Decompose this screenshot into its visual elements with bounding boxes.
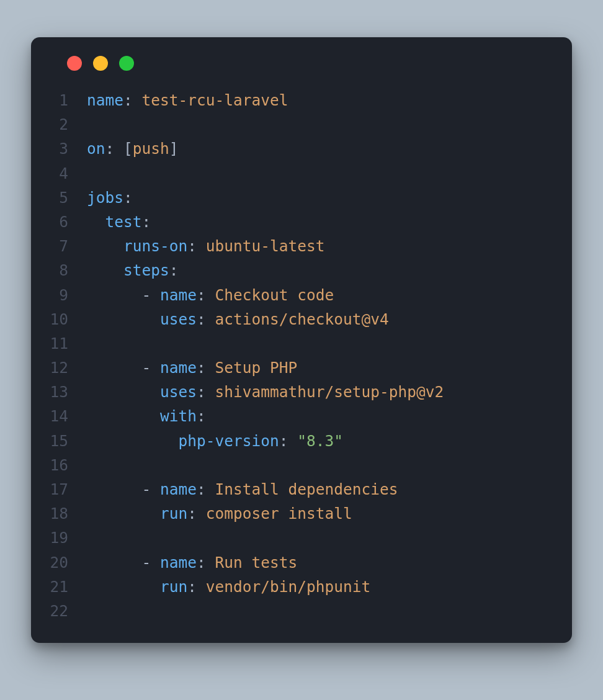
line-content: run: composer install [87,501,550,526]
line-content [87,599,550,623]
code-line: 14 with: [31,404,550,428]
line-number: 5 [31,186,87,210]
line-content: php-version: "8.3" [87,429,550,453]
code-token: : [197,383,215,401]
code-token [87,213,105,231]
line-number: 16 [31,453,87,477]
code-token: - [87,286,160,304]
line-content [87,453,550,477]
code-line: 17 - name: Install dependencies [31,477,550,501]
code-line: 15 php-version: "8.3" [31,429,550,453]
code-token: uses [160,383,197,401]
code-token: push [133,140,169,158]
line-content: - name: Install dependencies [87,477,550,501]
code-line: 18 run: composer install [31,501,550,526]
code-line: 4 [31,161,550,186]
code-line: 2 [31,112,550,137]
code-token: jobs [87,189,123,207]
line-number: 10 [31,307,87,331]
line-number: 9 [31,283,87,307]
code-window: 1name: test-rcu-laravel2 3on: [push]4 5j… [31,37,572,643]
code-token: : [279,432,298,450]
code-token [87,237,123,255]
code-token: - [87,480,160,498]
code-token: actions/checkout@v4 [215,310,389,328]
code-token: Checkout code [215,286,334,304]
line-number: 7 [31,234,87,258]
code-token: Run tests [215,554,298,572]
code-token: php-version [179,432,279,450]
code-token [87,432,179,450]
line-number: 1 [31,88,87,112]
code-token: ubuntu-latest [206,237,325,255]
code-token: name [160,286,197,304]
code-token: : [142,213,151,231]
line-number: 2 [31,112,87,137]
line-number: 19 [31,526,87,550]
code-token: : [ [105,140,133,158]
line-number: 13 [31,380,87,404]
code-token: with [160,407,197,425]
line-content: - name: Run tests [87,550,550,575]
code-token: steps [123,261,169,279]
line-number: 12 [31,356,87,380]
code-line: 7 runs-on: ubuntu-latest [31,234,550,258]
code-token: name [160,359,197,377]
code-line: 3on: [push] [31,137,550,161]
line-number: 6 [31,210,87,234]
code-token: shivammathur/setup-php@v2 [215,383,444,401]
code-token: : [197,480,215,498]
code-token: : [197,359,215,377]
code-token: runs-on [123,237,187,255]
code-token [87,383,160,401]
line-content [87,331,550,356]
code-token: uses [160,310,197,328]
code-line: 1name: test-rcu-laravel [31,88,550,112]
code-token: run [160,578,187,596]
code-token: - [87,554,160,572]
code-token: Install dependencies [215,480,398,498]
maximize-icon[interactable] [119,56,134,71]
line-number: 8 [31,258,87,282]
line-number: 4 [31,161,87,186]
code-line: 6 test: [31,210,550,234]
code-line: 19 [31,526,550,550]
line-content: jobs: [87,186,550,210]
line-number: 22 [31,599,87,623]
code-line: 9 - name: Checkout code [31,283,550,307]
code-line: 21 run: vendor/bin/phpunit [31,575,550,599]
code-line: 20 - name: Run tests [31,550,550,575]
line-content: with: [87,404,550,428]
code-token: : [123,189,133,207]
minimize-icon[interactable] [93,56,108,71]
line-content: - name: Checkout code [87,283,550,307]
code-token: test [105,213,142,231]
line-number: 20 [31,550,87,575]
code-token: : [187,237,206,255]
code-line: 10 uses: actions/checkout@v4 [31,307,550,331]
code-token [87,261,123,279]
close-icon[interactable] [67,56,82,71]
code-line: 13 uses: shivammathur/setup-php@v2 [31,380,550,404]
code-token: name [160,554,197,572]
code-block: 1name: test-rcu-laravel2 3on: [push]4 5j… [31,88,572,623]
code-token: on [87,140,105,158]
line-content: test: [87,210,550,234]
line-content [87,161,550,186]
code-token: : [197,554,215,572]
line-content: steps: [87,258,550,282]
line-content: - name: Setup PHP [87,356,550,380]
line-number: 14 [31,404,87,428]
code-line: 22 [31,599,550,623]
code-token: name [160,480,197,498]
code-token: name [87,91,123,109]
line-number: 21 [31,575,87,599]
code-token: composer install [206,505,352,523]
line-content: uses: shivammathur/setup-php@v2 [87,380,550,404]
code-token: : [187,505,206,523]
code-line: 12 - name: Setup PHP [31,356,550,380]
code-line: 5jobs: [31,186,550,210]
line-content [87,526,550,550]
line-number: 15 [31,429,87,453]
code-token [87,578,160,596]
